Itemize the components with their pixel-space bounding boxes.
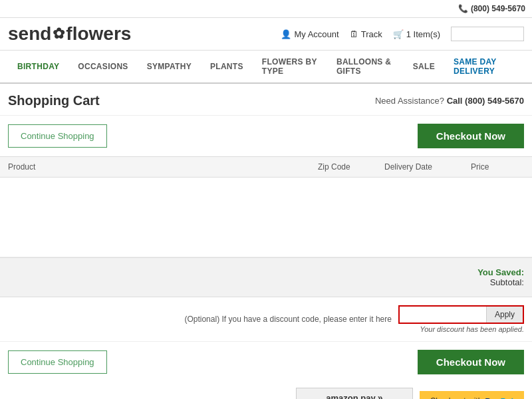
search-input[interactable]: [451, 27, 524, 41]
page-title: Shopping Cart: [8, 93, 100, 108]
col-product-header: Product: [8, 162, 318, 172]
apply-discount-button[interactable]: Apply: [486, 307, 523, 323]
logo-text: send: [8, 23, 51, 45]
summary-section: You Saved: Subtotal:: [0, 257, 532, 297]
nav-sale[interactable]: Sale: [404, 55, 444, 78]
paypal-button[interactable]: Check out with PayPal: [420, 391, 524, 400]
account-label: My Account: [294, 29, 338, 39]
track-link[interactable]: 🗓 Track: [350, 29, 382, 39]
amazon-pay-button[interactable]: amazon pay » USE YOUR AMAZON ACCOUNT: [296, 388, 412, 399]
discount-label: (Optional) If you have a discount code, …: [8, 315, 398, 324]
bottom-action-row: Continue Shopping Checkout Now: [0, 342, 532, 382]
top-action-row: Continue Shopping Checkout Now: [0, 116, 532, 156]
col-zip-header: Zip Code: [318, 162, 384, 172]
discount-input-wrapper: Apply: [398, 305, 524, 324]
top-bar: 📞 (800) 549-5670: [0, 0, 532, 18]
phone-number: (800) 549-5670: [471, 4, 525, 13]
payment-row: amazon pay » USE YOUR AMAZON ACCOUNT Che…: [0, 382, 532, 399]
page-header: Shopping Cart Need Assistance? Call (800…: [0, 84, 532, 116]
nav-occasions[interactable]: Occasions: [68, 55, 137, 78]
cart-icon: 🛒: [393, 29, 404, 39]
header-right: 👤 My Account 🗓 Track 🛒 1 Item(s): [281, 27, 524, 41]
amazon-logo: amazon pay »: [326, 392, 382, 399]
discount-code-input[interactable]: [400, 307, 486, 323]
col-delivery-header: Delivery Date: [384, 162, 471, 172]
assistance-text: Need Assistance? Call (800) 549-5670: [375, 96, 524, 106]
nav-sympathy[interactable]: Sympathy: [138, 55, 201, 78]
nav-birthday[interactable]: Birthday: [8, 55, 68, 78]
track-label: Track: [361, 29, 382, 39]
cart-empty-area: [0, 178, 532, 257]
you-saved-label: You Saved:: [8, 267, 524, 277]
cart-link[interactable]: 🛒 1 Item(s): [393, 29, 440, 39]
cart-table-header: Product Zip Code Delivery Date Price: [0, 156, 532, 178]
discount-message: Your discount has been applied.: [398, 325, 524, 333]
checkout-now-button-top[interactable]: Checkout Now: [418, 124, 524, 148]
nav-flowers-by-type[interactable]: Flowers By Type: [253, 51, 327, 82]
account-icon: 👤: [281, 29, 291, 39]
subtotal-label: Subtotal:: [8, 277, 524, 287]
assistance-phone: Call (800) 549-5670: [447, 96, 524, 106]
paypal-brand: PayPal: [485, 396, 513, 400]
checkout-now-button-bottom[interactable]: Checkout Now: [418, 350, 524, 374]
main-nav: Birthday Occasions Sympathy Plants Flowe…: [0, 51, 532, 84]
nav-same-day[interactable]: Same Day Delivery: [444, 51, 524, 82]
continue-shopping-button-bottom[interactable]: Continue Shopping: [8, 350, 107, 374]
discount-row: (Optional) If you have a discount code, …: [0, 297, 532, 342]
track-icon: 🗓: [350, 29, 358, 39]
header: send ✿ flowers 👤 My Account 🗓 Track 🛒 1 …: [0, 18, 532, 51]
phone-icon: 📞: [458, 4, 468, 13]
cart-count: 1 Item(s): [406, 29, 440, 39]
logo[interactable]: send ✿ flowers: [8, 23, 131, 45]
discount-input-area: Apply Your discount has been applied.: [398, 305, 524, 333]
my-account-link[interactable]: 👤 My Account: [281, 29, 338, 39]
continue-shopping-button-top[interactable]: Continue Shopping: [8, 124, 107, 148]
nav-plants[interactable]: Plants: [201, 55, 253, 78]
paypal-prefix: Check out with: [430, 396, 483, 399]
assistance-label: Need Assistance?: [375, 96, 444, 106]
nav-balloons-gifts[interactable]: Balloons & Gifts: [327, 51, 404, 82]
flower-icon: ✿: [53, 25, 65, 43]
col-price-header: Price: [471, 162, 524, 172]
logo-brand: flowers: [66, 23, 131, 45]
